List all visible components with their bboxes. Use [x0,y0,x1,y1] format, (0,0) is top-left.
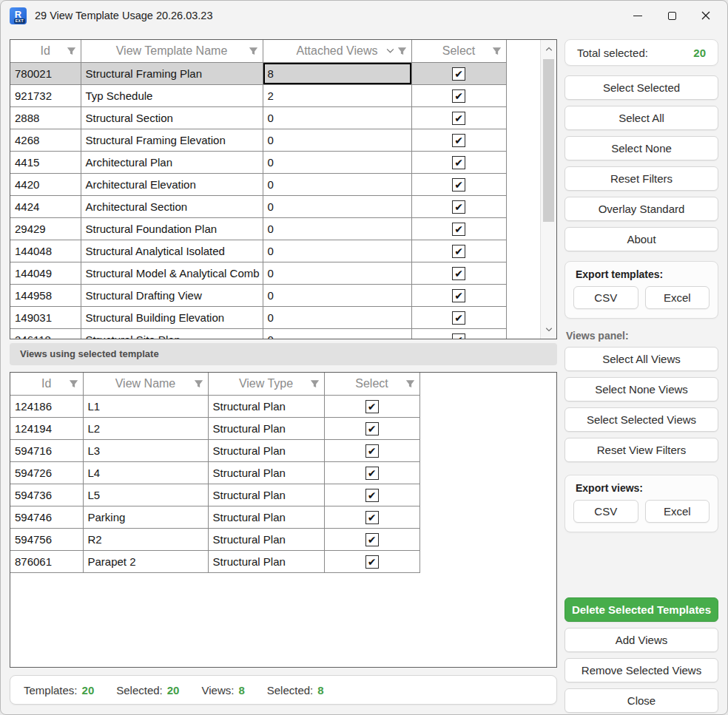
col-header-view-name[interactable]: View Name [83,373,208,395]
cell-name[interactable]: L4 [83,461,208,484]
table-row[interactable]: 594716L3Structural Plan✔ [10,439,555,461]
row-select-cell[interactable]: ✔ [411,129,506,151]
cell-id[interactable]: 876061 [10,550,83,572]
cell-type[interactable]: Structural Plan [208,550,324,572]
col-header-attached-views[interactable]: Attached Views [263,40,411,62]
select-all-button[interactable]: Select All [564,106,718,130]
row-select-cell[interactable]: ✔ [324,461,419,484]
cell-name[interactable]: Architectural Plan [81,151,263,173]
select-selected-views-button[interactable]: Select Selected Views [564,407,718,432]
row-checkbox[interactable]: ✔ [452,112,465,125]
cell-type[interactable]: Structural Plan [208,528,324,550]
table-row[interactable]: 4420Architectural Elevation0✔ [10,173,539,195]
cell-name[interactable]: Structural Section [81,106,263,129]
row-select-cell[interactable]: ✔ [411,195,506,217]
cell-id[interactable]: 4420 [10,173,81,195]
cell-id[interactable]: 921732 [10,84,81,106]
cell-id[interactable]: 149031 [10,306,81,328]
cell-name[interactable]: L1 [83,395,208,417]
row-checkbox[interactable]: ✔ [452,223,465,236]
cell-attached[interactable]: 0 [263,106,411,129]
reset-filters-button[interactable]: Reset Filters [564,166,718,191]
cell-attached[interactable]: 0 [263,262,411,284]
cell-name[interactable]: Architectural Elevation [81,173,263,195]
remove-selected-views-button[interactable]: Remove Selected Views [564,658,718,682]
table-row[interactable]: 346118Structural Site Plan0✔ [10,328,539,339]
cell-name[interactable]: Structural Framing Elevation [81,129,263,151]
table-row[interactable]: 594726L4Structural Plan✔ [10,461,555,484]
cell-id[interactable]: 2888 [10,106,81,129]
cell-attached[interactable]: 0 [263,195,411,217]
cell-id[interactable]: 594726 [10,461,83,484]
cell-type[interactable]: Structural Plan [208,417,324,439]
cell-name[interactable]: Structural Drafting View [81,284,263,306]
row-checkbox[interactable]: ✔ [452,333,465,339]
cell-id[interactable]: 4415 [10,151,81,173]
filter-icon[interactable] [249,46,258,55]
table-row[interactable]: 144049Structural Model & Analytical Comb… [10,262,539,284]
row-select-cell[interactable]: ✔ [411,84,506,106]
row-checkbox[interactable]: ✔ [365,533,379,546]
cell-attached[interactable]: 0 [263,173,411,195]
cell-name[interactable]: Structural Model & Analytical Comb [81,262,263,284]
col-header-select[interactable]: Select [324,373,419,395]
cell-name[interactable]: Parapet 2 [83,550,208,572]
cell-attached[interactable]: 0 [263,328,411,339]
cell-id[interactable]: 346118 [10,328,81,339]
cell-attached[interactable]: 0 [263,151,411,173]
row-checkbox[interactable]: ✔ [365,489,379,502]
cell-name[interactable]: Structural Building Elevation [81,306,263,328]
export-views-csv-button[interactable]: CSV [573,500,638,523]
filter-icon[interactable] [194,379,203,388]
row-checkbox[interactable]: ✔ [452,178,465,192]
cell-id[interactable]: 144048 [10,240,81,262]
select-none-button[interactable]: Select None [564,136,718,160]
scroll-down-button[interactable] [541,322,556,337]
export-views-excel-button[interactable]: Excel [645,500,710,523]
cell-attached[interactable]: 0 [263,129,411,151]
col-header-id[interactable]: Id [10,40,81,62]
col-header-id[interactable]: Id [10,373,83,395]
table-row[interactable]: 144048Structural Analytical Isolated0✔ [10,240,539,262]
row-select-cell[interactable]: ✔ [411,62,506,84]
table-row[interactable]: 124194L2Structural Plan✔ [10,417,555,439]
cell-type[interactable]: Structural Plan [208,484,324,506]
templates-scrollbar[interactable] [540,40,556,339]
table-row[interactable]: 4415Architectural Plan0✔ [10,151,539,173]
cell-attached[interactable]: 8 [263,62,411,84]
cell-name[interactable]: Structural Foundation Plan [81,217,263,240]
minimize-button[interactable] [621,1,655,30]
maximize-button[interactable] [655,1,689,30]
table-row[interactable]: 2888Structural Section0✔ [10,106,539,129]
row-checkbox[interactable]: ✔ [365,511,379,524]
cell-type[interactable]: Structural Plan [208,439,324,461]
filter-icon[interactable] [67,46,76,55]
cell-id[interactable]: 780021 [10,62,81,84]
row-select-cell[interactable]: ✔ [411,217,506,240]
row-checkbox[interactable]: ✔ [452,267,465,280]
scrollbar-thumb[interactable] [543,59,554,222]
row-checkbox[interactable]: ✔ [452,200,465,214]
cell-attached[interactable]: 0 [263,240,411,262]
select-selected-button[interactable]: Select Selected [564,75,718,100]
table-row[interactable]: 144958Structural Drafting View0✔ [10,284,539,306]
cell-id[interactable]: 594756 [10,528,83,550]
table-row[interactable]: 149031Structural Building Elevation0✔ [10,306,539,328]
cell-id[interactable]: 594716 [10,439,83,461]
close-button[interactable] [689,1,723,30]
cell-type[interactable]: Structural Plan [208,461,324,484]
delete-selected-templates-button[interactable]: Delete Selected Templates [564,597,718,622]
col-header-view-template-name[interactable]: View Template Name [81,40,263,62]
export-templates-csv-button[interactable]: CSV [573,286,638,309]
row-select-cell[interactable]: ✔ [411,262,506,284]
cell-attached[interactable]: 2 [263,84,411,106]
cell-id[interactable]: 124194 [10,417,83,439]
cell-id[interactable]: 4424 [10,195,81,217]
select-all-views-button[interactable]: Select All Views [564,347,718,371]
row-checkbox[interactable]: ✔ [365,400,379,413]
row-checkbox[interactable]: ✔ [452,134,465,147]
overlay-standard-button[interactable]: Overlay Standard [564,197,718,221]
cell-name[interactable]: Structural Framing Plan [81,62,263,84]
row-checkbox[interactable]: ✔ [452,245,465,258]
row-select-cell[interactable]: ✔ [324,417,419,439]
